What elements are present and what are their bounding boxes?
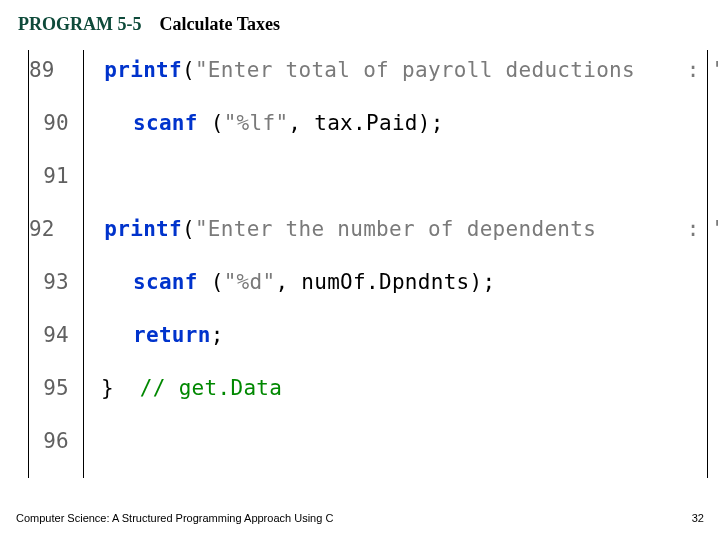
page-number: 32 bbox=[692, 512, 704, 524]
code-line: 94return; bbox=[29, 323, 707, 376]
code-content: scanf ("%lf", tax.Paid); bbox=[83, 111, 444, 135]
slide-header: PROGRAM 5-5 Calculate Taxes bbox=[0, 0, 720, 35]
line-number: 91 bbox=[29, 164, 83, 188]
program-label: PROGRAM 5-5 bbox=[18, 14, 141, 35]
line-number: 96 bbox=[29, 429, 83, 453]
line-number: 94 bbox=[29, 323, 83, 347]
code-line: 90scanf ("%lf", tax.Paid); bbox=[29, 111, 707, 164]
code-line: 92printf("Enter the number of dependents… bbox=[29, 217, 707, 270]
line-number: 93 bbox=[29, 270, 83, 294]
code-line: 93scanf ("%d", numOf.Dpndnts); bbox=[29, 270, 707, 323]
code-content: printf("Enter the number of dependents :… bbox=[54, 217, 720, 241]
line-number: 95 bbox=[29, 376, 83, 400]
program-title: Calculate Taxes bbox=[159, 14, 280, 35]
line-number: 90 bbox=[29, 111, 83, 135]
code-content: return; bbox=[83, 323, 224, 347]
code-content: printf("Enter total of payroll deduction… bbox=[54, 58, 720, 82]
code-content: } // get.Data bbox=[83, 376, 282, 400]
code-line: 95} // get.Data bbox=[29, 376, 707, 429]
line-number: 89 bbox=[29, 58, 54, 82]
code-block: 89printf("Enter total of payroll deducti… bbox=[28, 50, 708, 478]
line-number: 92 bbox=[29, 217, 54, 241]
code-line: 89printf("Enter total of payroll deducti… bbox=[29, 58, 707, 111]
slide-footer: Computer Science: A Structured Programmi… bbox=[16, 512, 704, 524]
code-line: 96 bbox=[29, 429, 707, 482]
code-line: 91 bbox=[29, 164, 707, 217]
code-content: scanf ("%d", numOf.Dpndnts); bbox=[83, 270, 495, 294]
code-lines: 89printf("Enter total of payroll deducti… bbox=[29, 58, 707, 482]
book-title: Computer Science: A Structured Programmi… bbox=[16, 512, 333, 524]
